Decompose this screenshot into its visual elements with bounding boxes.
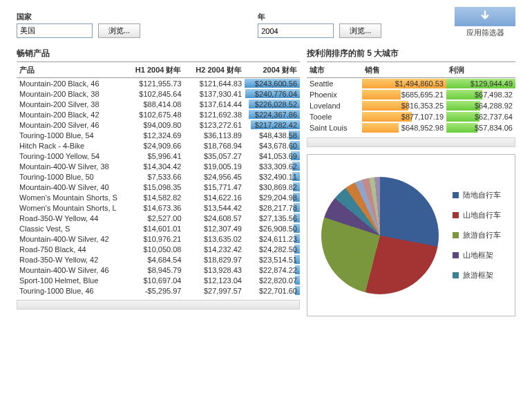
table-row: Women's Mountain Shorts, L$14,673.36$13,…	[17, 202, 300, 213]
products-separator	[17, 300, 300, 309]
table-row: Hitch Rack - 4-Bike$24,909.66$18,768.94$…	[17, 140, 300, 151]
legend-item: 山地自行车	[453, 210, 501, 220]
browse-year-button[interactable]: 浏览...	[339, 23, 381, 38]
browse-country-button[interactable]: 浏览...	[98, 23, 140, 38]
legend-item: 山地框架	[453, 250, 501, 260]
table-row: Tooele$877,107.19$62,737.64	[307, 111, 515, 122]
table-row: Touring-1000 Blue, 50$7,533.66$24,956.45…	[17, 171, 300, 182]
products-title: 畅销产品	[17, 46, 300, 62]
table-row: Mountain-200 Black, 42$102,675.48$121,69…	[17, 109, 300, 120]
col-fy: 2004 财年	[245, 64, 300, 78]
year-input[interactable]	[258, 23, 334, 38]
cities-separator	[307, 137, 515, 147]
table-row: Touring-1000 Yellow, 54$5,996.41$35,057.…	[17, 151, 300, 161]
table-row: Touring-1000 Blue, 46-$5,295.97$27,997.5…	[17, 285, 300, 296]
col-product: 产品	[17, 64, 124, 78]
products-table: 产品 H1 2004 财年 H2 2004 财年 2004 财年 Mountai…	[17, 64, 300, 296]
legend-swatch	[453, 212, 459, 218]
table-row: Mountain-400-W Silver, 40$15,098.35$15,7…	[17, 182, 300, 192]
table-row: Mountain-400-W Silver, 46$8,945.79$13,92…	[17, 265, 300, 275]
table-row: Loveland$816,353.25$64,288.92	[307, 100, 515, 111]
col-sales: 销售	[362, 64, 446, 78]
legend-swatch	[453, 232, 459, 238]
pie-chart-panel: 陆地自行车山地自行车旅游自行车山地框架旅游框架	[307, 154, 515, 316]
table-row: Touring-1000 Blue, 54$12,324.69$36,113.8…	[17, 130, 300, 140]
legend-swatch	[453, 272, 459, 278]
col-h1: H1 2004 财年	[124, 64, 184, 78]
cities-table: 城市 销售 利润 Seattle$1,494,860.53$129,944.49…	[307, 64, 515, 133]
col-profit: 利润	[446, 64, 515, 78]
table-row: Road-750 Black, 44$10,050.08$14,232.42$2…	[17, 244, 300, 254]
table-row: Mountain-200 Black, 46$121,955.73$121,64…	[17, 78, 300, 89]
table-row: Seattle$1,494,860.53$129,944.49	[307, 78, 515, 90]
table-row: Phoenix$685,695.21$67,498.32	[307, 89, 515, 100]
filter-bar: 国家 浏览... 年 浏览... 应用筛选器	[3, 3, 529, 44]
legend-item: 旅游框架	[453, 270, 501, 280]
table-row: Mountain-400-W Silver, 38$14,304.42$19,0…	[17, 161, 300, 171]
country-input[interactable]	[17, 23, 93, 38]
table-row: Saint Louis$648,952.98$57,834.06	[307, 122, 515, 133]
col-h2: H2 2004 财年	[184, 64, 245, 78]
legend-item: 陆地自行车	[453, 190, 501, 200]
table-row: Sport-100 Helmet, Blue$10,697.04$12,123.…	[17, 275, 300, 285]
pie-legend: 陆地自行车山地自行车旅游自行车山地框架旅游框架	[453, 190, 501, 280]
cities-title: 按利润排序的前 5 大城市	[307, 46, 515, 62]
apply-arrow-icon	[455, 7, 515, 26]
table-row: Women's Mountain Shorts, S$14,582.82$14,…	[17, 192, 300, 202]
table-row: Mountain-200 Silver, 38$88,414.08$137,61…	[17, 99, 300, 109]
table-row: Mountain-200 Silver, 46$94,009.80$123,27…	[17, 120, 300, 130]
year-filter: 年 浏览...	[258, 12, 381, 38]
year-label: 年	[258, 12, 381, 22]
table-row: Road-350-W Yellow, 42$4,684.54$18,829.97…	[17, 254, 300, 265]
table-row: Classic Vest, S$14,601.01$12,307.49$26,9…	[17, 223, 300, 234]
country-label: 国家	[17, 12, 140, 22]
table-row: Road-350-W Yellow, 44$2,527.00$24,608.57…	[17, 213, 300, 223]
col-city: 城市	[307, 64, 362, 78]
country-filter: 国家 浏览...	[17, 12, 140, 38]
legend-swatch	[453, 252, 459, 258]
pie-chart	[321, 177, 439, 294]
table-row: Mountain-400-W Silver, 42$10,976.21$13,6…	[17, 234, 300, 244]
legend-item: 旅游自行车	[453, 230, 501, 240]
legend-swatch	[453, 192, 459, 198]
apply-filters-button[interactable]: 应用筛选器	[455, 7, 515, 38]
table-row: Mountain-200 Black, 38$102,845.64$137,93…	[17, 88, 300, 99]
